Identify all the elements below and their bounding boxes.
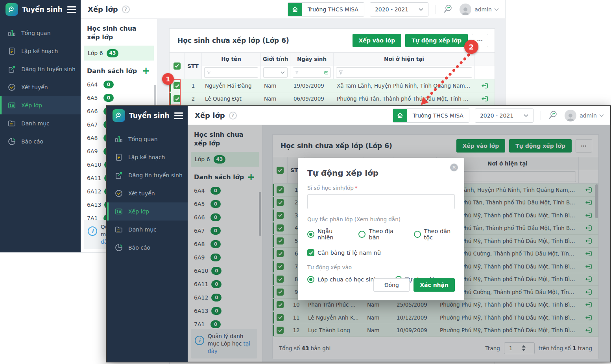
school-selector[interactable]: Trường THCS MISA bbox=[288, 2, 364, 17]
sidebar-item-label: Xếp lớp bbox=[128, 208, 149, 215]
school-selector[interactable]: Trường THCS MISA bbox=[393, 108, 469, 123]
radio-empty-class[interactable]: Lớp chưa có học sinh bbox=[307, 276, 378, 283]
target-label: Tự động xếp vào bbox=[307, 264, 455, 270]
radio-by-area[interactable]: Theo địa bàn bbox=[358, 228, 399, 241]
chevron-down-icon bbox=[281, 71, 285, 74]
gender-filter-select[interactable] bbox=[263, 67, 288, 78]
help-icon[interactable]: ? bbox=[122, 6, 130, 13]
home-icon bbox=[288, 2, 302, 17]
annotation-step-2-badge: 2 bbox=[464, 40, 478, 54]
sidebar-item[interactable]: Tổng quan bbox=[0, 24, 81, 42]
sidebar-item[interactable]: Danh mục bbox=[0, 114, 81, 132]
year-selector[interactable]: 2020 - 2021 bbox=[370, 2, 428, 17]
hamburger-menu-icon[interactable] bbox=[174, 112, 183, 119]
sidebar-item[interactable]: Xét tuyển bbox=[107, 184, 188, 202]
pie-chart-icon bbox=[114, 243, 124, 252]
folder-icon bbox=[7, 119, 17, 128]
table-row[interactable]: 2 Lê Quang Đạt Nam 06/09/2009 Phường Phú… bbox=[170, 92, 495, 105]
table-row[interactable]: 1 Nguyễn Hải Đăng Nam 19/05/2009 Xã Tam … bbox=[170, 79, 495, 92]
close-button[interactable]: Đóng bbox=[373, 278, 410, 292]
radio-icon bbox=[358, 231, 365, 238]
class-list-item[interactable]: 6A4 0 bbox=[87, 78, 151, 91]
move-to-class-icon[interactable] bbox=[475, 95, 495, 103]
sidebar-item[interactable]: Đăng tin tuyển sinh bbox=[0, 60, 81, 78]
year-value: 2020 - 2021 bbox=[375, 6, 408, 13]
check-circle-icon bbox=[114, 189, 124, 198]
column-stt: STT bbox=[185, 53, 202, 79]
avatar[interactable] bbox=[460, 4, 471, 15]
username: admin bbox=[580, 112, 597, 119]
column-gender: Giới tính bbox=[261, 53, 290, 66]
user-chevron-down-icon[interactable] bbox=[599, 114, 604, 117]
filter-icon bbox=[207, 70, 211, 75]
sidebar-item[interactable]: Báo cáo bbox=[107, 239, 188, 257]
sidebar: Tuyển sinh Tổng quan Lập kế hoạch bbox=[0, 0, 81, 252]
class-1a-icon: 1A bbox=[114, 207, 124, 216]
search-trend-icon[interactable] bbox=[548, 110, 558, 121]
radio-icon bbox=[307, 276, 314, 283]
sidebar-item[interactable]: Lập kế hoạch bbox=[107, 148, 188, 166]
hamburger-menu-icon[interactable] bbox=[67, 6, 76, 13]
close-icon[interactable]: ✕ bbox=[450, 164, 458, 171]
address-filter-input[interactable] bbox=[336, 67, 472, 78]
class-size-input[interactable] bbox=[307, 194, 455, 209]
sidebar-item-label: Xét tuyển bbox=[21, 84, 48, 90]
home-icon bbox=[393, 108, 407, 123]
unassigned-count-badge: 43 bbox=[107, 49, 119, 57]
year-value: 2020 - 2021 bbox=[480, 112, 513, 119]
app-brand: Tuyển sinh bbox=[0, 0, 81, 19]
sidebar-item[interactable]: Đăng tin tuyển sinh bbox=[107, 166, 188, 184]
radio-by-ethnicity[interactable]: Theo dân tộc bbox=[414, 228, 455, 241]
share-icon bbox=[7, 64, 17, 74]
bar-chart-icon bbox=[7, 28, 17, 38]
column-dob: Ngày sinh bbox=[290, 53, 333, 66]
confirm-button[interactable]: Xác nhận bbox=[413, 278, 455, 292]
assign-to-class-button[interactable]: Xếp vào lớp bbox=[353, 34, 402, 47]
avatar[interactable] bbox=[565, 110, 576, 121]
selected-class-row[interactable]: Lớp 6 43 bbox=[84, 46, 154, 61]
add-class-icon[interactable]: + bbox=[142, 67, 150, 75]
svg-text:1A: 1A bbox=[116, 210, 122, 214]
radio-random[interactable]: Ngẫu nhiên bbox=[307, 228, 344, 241]
chevron-down-icon bbox=[524, 114, 528, 117]
app-logo-icon bbox=[113, 109, 125, 122]
year-selector[interactable]: 2020 - 2021 bbox=[475, 108, 533, 123]
dob-filter-input[interactable] bbox=[293, 67, 331, 78]
rule-label: Quy tắc phân lớp (Xem hướng dẫn) bbox=[307, 216, 455, 222]
class-list-item[interactable]: 6A5 0 bbox=[87, 91, 151, 105]
sidebar-item-label: Báo cáo bbox=[128, 245, 150, 251]
chevron-down-icon bbox=[419, 8, 423, 11]
move-to-class-icon[interactable] bbox=[475, 82, 495, 90]
auto-assign-button[interactable]: Tự động xếp lớp bbox=[405, 34, 468, 47]
select-all-checkbox[interactable] bbox=[174, 63, 181, 70]
user-chevron-down-icon[interactable] bbox=[494, 8, 499, 11]
sidebar-item[interactable]: Tổng quan bbox=[107, 130, 188, 148]
search-trend-icon[interactable] bbox=[443, 4, 453, 15]
name-filter-input[interactable] bbox=[204, 67, 258, 78]
class-panel-title: Học sinh chưa xếp lớp bbox=[87, 24, 146, 42]
sidebar-item[interactable]: Báo cáo bbox=[0, 132, 81, 151]
folder-icon bbox=[114, 225, 124, 234]
help-icon[interactable]: ? bbox=[229, 112, 237, 119]
sidebar-item[interactable]: Lập kế hoạch bbox=[0, 42, 81, 60]
sidebar: Tuyển sinh Tổng quan Lập kế hoạch bbox=[107, 106, 188, 362]
class-list-title: Danh sách lớp bbox=[87, 67, 137, 75]
gender-balance-checkbox[interactable]: Cân bằng tỉ lệ nam nữ bbox=[307, 249, 455, 256]
filter-icon bbox=[295, 70, 299, 75]
sidebar-item-label: Báo cáo bbox=[21, 138, 43, 145]
sidebar-item[interactable]: 1A Xếp lớp bbox=[107, 202, 188, 221]
sidebar-item-label: Đăng tin tuyển sinh bbox=[128, 172, 183, 178]
app-brand: Tuyển sinh bbox=[107, 106, 188, 125]
modal-title: Tự động xếp lớp bbox=[307, 168, 455, 178]
calendar-icon bbox=[324, 70, 328, 75]
pie-chart-icon bbox=[7, 137, 17, 146]
check-circle-icon bbox=[7, 83, 17, 92]
sidebar-item[interactable]: Xét tuyển bbox=[0, 78, 81, 96]
brand-name: Tuyển sinh bbox=[129, 112, 174, 119]
school-name: Trường THCS MISA bbox=[302, 6, 364, 13]
sidebar-item[interactable]: Danh mục bbox=[107, 221, 188, 239]
required-mark: * bbox=[355, 185, 358, 191]
sidebar-item[interactable]: 1A Xếp lớp bbox=[0, 96, 81, 114]
sidebar-item-label: Đăng tin tuyển sinh bbox=[21, 66, 76, 72]
class-1a-icon: 1A bbox=[7, 101, 17, 110]
